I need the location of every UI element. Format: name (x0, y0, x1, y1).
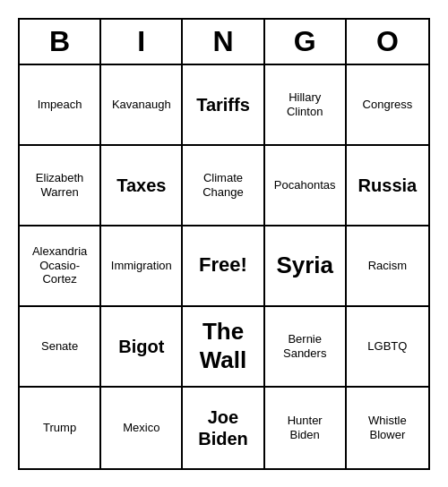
header-letter: B (20, 20, 101, 64)
bingo-cell: HillaryClinton (265, 65, 347, 146)
bingo-cell: Impeach (20, 65, 101, 146)
bingo-cell: Pocahontas (265, 146, 347, 226)
bingo-cell: LGBTQ (347, 307, 428, 388)
bingo-header: BINGO (20, 20, 428, 65)
bingo-cell: TheWall (183, 307, 264, 388)
bingo-cell: Free! (183, 226, 264, 307)
bingo-cell: Syria (265, 226, 347, 307)
bingo-cell: Racism (347, 226, 428, 307)
bingo-cell: Russia (347, 146, 428, 226)
header-letter: I (101, 20, 183, 64)
bingo-cell: BernieSanders (265, 307, 347, 388)
bingo-cell: JoeBiden (183, 388, 264, 468)
bingo-cell: Senate (20, 307, 101, 388)
bingo-cell: HunterBiden (265, 388, 347, 468)
bingo-cell: WhistleBlower (347, 388, 428, 468)
bingo-cell: Taxes (101, 146, 183, 226)
bingo-grid: ImpeachKavanaughTariffsHillaryClintonCon… (20, 65, 428, 468)
bingo-cell: ClimateChange (183, 146, 264, 226)
bingo-cell: Trump (20, 388, 101, 468)
bingo-cell: ElizabethWarren (20, 146, 101, 226)
bingo-cell: AlexandriaOcasio-Cortez (20, 226, 101, 307)
bingo-cell: Tariffs (183, 65, 264, 146)
bingo-cell: Kavanaugh (101, 65, 183, 146)
bingo-cell: Congress (347, 65, 428, 146)
header-letter: N (183, 20, 264, 64)
bingo-card: BINGO ImpeachKavanaughTariffsHillaryClin… (18, 18, 430, 470)
bingo-cell: Bigot (101, 307, 183, 388)
header-letter: O (347, 20, 428, 64)
header-letter: G (265, 20, 347, 64)
bingo-cell: Mexico (101, 388, 183, 468)
bingo-cell: Immigration (101, 226, 183, 307)
